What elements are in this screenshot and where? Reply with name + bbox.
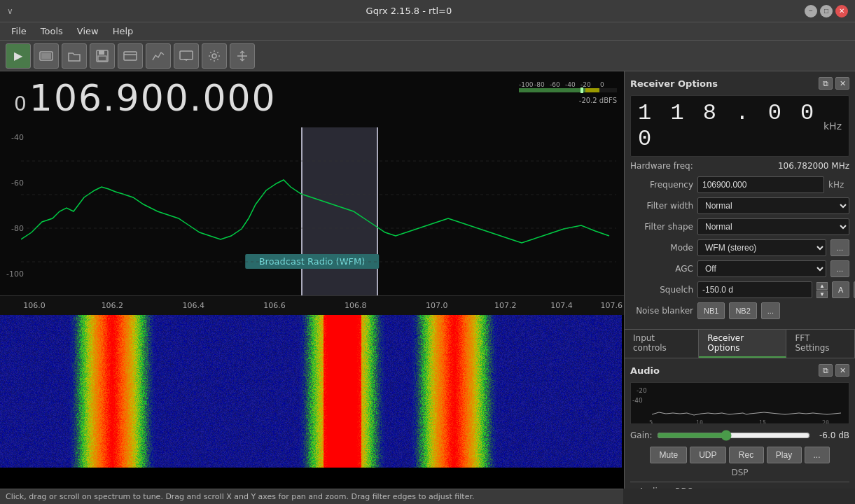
- squelch-spinner: ▲ ▼: [816, 282, 828, 298]
- audio-float-button[interactable]: ⧉: [819, 364, 833, 377]
- svg-rect-19: [519, 88, 585, 92]
- minimize-button[interactable]: −: [805, 5, 817, 18]
- window-controls: − □ ✕: [805, 5, 848, 18]
- rec-button[interactable]: Rec: [729, 447, 764, 463]
- hardware-button[interactable]: [34, 43, 59, 69]
- svg-text:-100: -100: [519, 81, 534, 88]
- squelch-input[interactable]: [697, 281, 812, 298]
- lcd-display: 1 1 8 . 0 0 0 kHz: [630, 95, 849, 157]
- receiver-options-header: Receiver Options ⧉ ✕: [630, 77, 849, 90]
- svg-text:-20: -20: [581, 81, 591, 88]
- freq-tick-1074: 107.4: [550, 301, 573, 310]
- waterfall[interactable]: [0, 315, 624, 489]
- monitor-button[interactable]: [174, 43, 199, 69]
- agc-dots-button[interactable]: ...: [830, 260, 849, 277]
- tab-fft-settings[interactable]: FFT Settings: [786, 330, 855, 358]
- receiver-options-section: Receiver Options ⧉ ✕ 1 1 8 . 0 0 0 kHz H…: [625, 71, 855, 330]
- filter-shape-label: Filter shape: [630, 222, 693, 232]
- gain-label: Gain:: [630, 430, 653, 440]
- spectrum-area: 0 106.900.000 -100 -80 -60 -40 -20 0: [0, 71, 624, 489]
- svg-text:-40: -40: [565, 81, 576, 88]
- tab-audio[interactable]: Audio: [636, 485, 665, 489]
- card-button[interactable]: [118, 43, 143, 69]
- chevron-icon[interactable]: ∨: [7, 6, 13, 16]
- save-button[interactable]: [90, 43, 115, 69]
- svg-text:5: 5: [649, 420, 653, 424]
- filter-width-row: Filter width Normal Narrow Wide: [630, 197, 849, 214]
- waterfall-canvas[interactable]: [0, 315, 622, 468]
- grid-svg: [21, 127, 616, 288]
- mute-button[interactable]: Mute: [650, 447, 687, 463]
- svg-rect-22: [581, 88, 583, 93]
- nb1-button[interactable]: NB1: [697, 302, 725, 319]
- menu-file[interactable]: File: [4, 24, 34, 38]
- svg-rect-3: [99, 50, 104, 55]
- toolbar: ▶: [0, 41, 855, 71]
- menu-help[interactable]: Help: [106, 24, 141, 38]
- squelch-up-button[interactable]: ▲: [816, 282, 828, 290]
- tab-receiver-options[interactable]: Receiver Options: [699, 330, 786, 358]
- receiver-tabs: Input controls Receiver Options FFT Sett…: [625, 330, 855, 358]
- chart-button[interactable]: [146, 43, 171, 69]
- menu-view[interactable]: View: [70, 24, 106, 38]
- play-button[interactable]: ▶: [6, 43, 31, 69]
- play-audio-button[interactable]: Play: [767, 447, 802, 463]
- mode-select[interactable]: WFM (stereo) WFM (mono) AM FM USB LSB: [697, 239, 826, 256]
- spectrum-display[interactable]: 0 106.900.000 -100 -80 -60 -40 -20 0: [0, 71, 624, 295]
- settings-button[interactable]: [202, 43, 227, 69]
- mode-dots-button[interactable]: ...: [830, 239, 849, 256]
- signal-dbfs: -20.2 dBFS: [579, 97, 617, 104]
- filter-width-select[interactable]: Normal Narrow Wide: [697, 197, 849, 214]
- filter-shape-row: Filter shape Normal Soft Sharp: [630, 218, 849, 235]
- squelch-a-button[interactable]: A: [832, 281, 849, 298]
- svg-rect-1: [41, 53, 51, 59]
- nb2-button[interactable]: NB2: [729, 302, 756, 319]
- freq-axis: 106.0 106.2 106.4 106.6 106.8 107.0 107.…: [0, 295, 624, 315]
- gain-row: Gain: -6.0 dB: [630, 430, 849, 441]
- right-panel: Receiver Options ⧉ ✕ 1 1 8 . 0 0 0 kHz H…: [624, 71, 855, 489]
- svg-text:-80: -80: [534, 81, 545, 88]
- nb-dots-button[interactable]: ...: [761, 302, 780, 319]
- audio-buttons: Mute UDP Rec Play ...: [630, 447, 849, 463]
- audio-display: -20 -40 5 10 15 20: [630, 382, 849, 424]
- tab-rds[interactable]: RDS: [672, 485, 695, 489]
- freq-tick-1062: 106.2: [102, 301, 124, 310]
- audio-dots-button[interactable]: ...: [805, 447, 830, 463]
- agc-select[interactable]: Off Slow Medium Fast: [697, 260, 826, 277]
- audio-waveform-svg: -20 -40 5 10 15 20: [631, 383, 848, 424]
- maximize-button[interactable]: □: [820, 5, 833, 18]
- freq-zero: 0: [14, 92, 27, 115]
- svg-rect-5: [124, 52, 137, 60]
- freq-tick-1066: 106.6: [263, 301, 286, 310]
- audio-close-button[interactable]: ✕: [835, 364, 849, 377]
- hardware-freq-row: Hardware freq: 106.782000 MHz: [630, 161, 849, 171]
- menu-tools[interactable]: Tools: [34, 24, 70, 38]
- squelch-down-button[interactable]: ▼: [816, 290, 828, 298]
- freq-tick-1064: 106.4: [182, 301, 204, 310]
- open-button[interactable]: [62, 43, 87, 69]
- signal-meter: -100 -80 -60 -40 -20 0 -20.2 dBFS: [519, 80, 617, 104]
- audio-header: Audio ⧉ ✕: [630, 364, 849, 377]
- main-area: 0 106.900.000 -100 -80 -60 -40 -20 0: [0, 71, 855, 489]
- gain-slider[interactable]: [657, 430, 810, 441]
- filter-shape-select[interactable]: Normal Soft Sharp: [697, 218, 849, 235]
- panel-close-button[interactable]: ✕: [835, 77, 849, 90]
- svg-rect-20: [585, 88, 599, 92]
- dsp-label: DSP: [630, 468, 849, 477]
- arrows-button[interactable]: [230, 43, 255, 69]
- svg-rect-21: [599, 88, 617, 92]
- close-button[interactable]: ✕: [835, 5, 848, 18]
- lcd-frequency: 1 1 8 . 0 0 0: [638, 100, 823, 152]
- svg-text:10: 10: [696, 420, 703, 424]
- lcd-unit: kHz: [823, 120, 842, 132]
- mode-label: Mode: [630, 243, 693, 253]
- audio-section: Audio ⧉ ✕ -20 -40 5 10: [625, 358, 855, 489]
- freq-tick-1060: 106.0: [23, 301, 46, 310]
- svg-text:-20: -20: [637, 387, 647, 394]
- audio-tabs: Audio RDS: [630, 482, 849, 489]
- panel-float-button[interactable]: ⧉: [819, 77, 833, 90]
- tab-input-controls[interactable]: Input controls: [625, 330, 699, 358]
- statusbar: Click, drag or scroll on spectrum to tun…: [0, 489, 623, 504]
- frequency-input[interactable]: [697, 176, 824, 193]
- udp-button[interactable]: UDP: [690, 447, 725, 463]
